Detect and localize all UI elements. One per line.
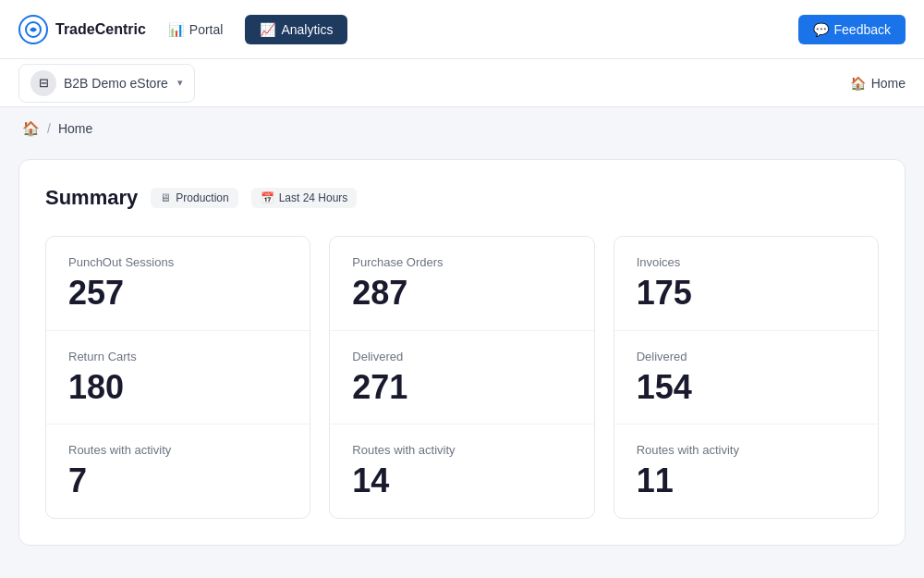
feedback-icon: 💬 bbox=[813, 22, 829, 37]
stats-grid: PunchOut Sessions257Return Carts180Route… bbox=[45, 236, 879, 519]
store-selector[interactable]: ⊟ B2B Demo eStore ▾ bbox=[18, 64, 195, 103]
time-label: Last 24 Hours bbox=[279, 191, 348, 204]
stat-value-punchout-2: 7 bbox=[68, 462, 287, 499]
production-badge: 🖥 Production bbox=[151, 188, 237, 208]
stat-section-punchout-2: Routes with activity7 bbox=[46, 424, 310, 518]
summary-header: Summary 🖥 Production 📅 Last 24 Hours bbox=[45, 186, 879, 210]
time-badge: 📅 Last 24 Hours bbox=[251, 188, 358, 208]
portal-icon: 📊 bbox=[168, 22, 184, 37]
portal-button[interactable]: 📊 Portal bbox=[153, 15, 238, 44]
stat-label-punchout-1: Return Carts bbox=[68, 350, 287, 363]
breadcrumb-current: Home bbox=[58, 121, 92, 136]
brand: TradeCentric bbox=[18, 15, 146, 44]
stat-label-punchout-0: PunchOut Sessions bbox=[68, 255, 287, 269]
analytics-label: Analytics bbox=[281, 22, 333, 37]
production-label: Production bbox=[176, 191, 228, 204]
summary-card: Summary 🖥 Production 📅 Last 24 Hours Pun… bbox=[18, 159, 906, 546]
analytics-button[interactable]: 📈 Analytics bbox=[245, 15, 347, 44]
stat-label-purchase-orders-0: Purchase Orders bbox=[352, 255, 571, 269]
calendar-icon: 📅 bbox=[261, 191, 274, 204]
main-content: Summary 🖥 Production 📅 Last 24 Hours Pun… bbox=[0, 150, 924, 564]
stat-label-invoices-0: Invoices bbox=[637, 255, 856, 269]
server-icon: 🖥 bbox=[160, 191, 171, 204]
stat-section-punchout-0: PunchOut Sessions257 bbox=[46, 237, 310, 331]
stat-value-purchase-orders-0: 287 bbox=[352, 275, 571, 312]
stat-section-invoices-2: Routes with activity11 bbox=[614, 424, 878, 518]
stat-label-purchase-orders-1: Delivered bbox=[352, 350, 571, 363]
stat-section-invoices-1: Delivered154 bbox=[614, 331, 878, 425]
stat-label-punchout-2: Routes with activity bbox=[68, 443, 287, 457]
stat-label-purchase-orders-2: Routes with activity bbox=[352, 443, 571, 457]
stat-section-purchase-orders-0: Purchase Orders287 bbox=[330, 237, 593, 331]
home-nav-icon: 🏠 bbox=[850, 76, 866, 91]
store-name: B2B Demo eStore bbox=[64, 76, 168, 91]
secondary-nav: ⊟ B2B Demo eStore ▾ 🏠 Home bbox=[0, 59, 924, 107]
stat-column-punchout: PunchOut Sessions257Return Carts180Route… bbox=[45, 236, 310, 519]
stat-section-purchase-orders-2: Routes with activity14 bbox=[330, 424, 593, 518]
breadcrumb-separator: / bbox=[47, 121, 51, 136]
stat-section-invoices-0: Invoices175 bbox=[614, 237, 878, 331]
brand-logo bbox=[18, 15, 48, 44]
portal-label: Portal bbox=[189, 22, 224, 37]
stat-label-invoices-1: Delivered bbox=[637, 350, 856, 363]
stat-value-punchout-0: 257 bbox=[68, 275, 287, 312]
stat-value-purchase-orders-1: 271 bbox=[352, 369, 571, 406]
stat-label-invoices-2: Routes with activity bbox=[637, 443, 856, 457]
breadcrumb-home-icon[interactable]: 🏠 bbox=[22, 120, 40, 137]
home-nav-link[interactable]: 🏠 Home bbox=[850, 76, 906, 91]
feedback-label: Feedback bbox=[834, 22, 891, 37]
stat-section-purchase-orders-1: Delivered271 bbox=[330, 331, 593, 425]
brand-name: TradeCentric bbox=[55, 21, 146, 38]
top-nav: TradeCentric 📊 Portal 📈 Analytics 💬 Feed… bbox=[0, 0, 924, 59]
feedback-button[interactable]: 💬 Feedback bbox=[798, 15, 906, 44]
nav-left: TradeCentric 📊 Portal 📈 Analytics bbox=[18, 15, 347, 44]
stat-value-invoices-0: 175 bbox=[637, 275, 856, 312]
stat-column-purchase-orders: Purchase Orders287Delivered271Routes wit… bbox=[329, 236, 594, 519]
analytics-icon: 📈 bbox=[260, 22, 275, 37]
stat-section-punchout-1: Return Carts180 bbox=[46, 331, 310, 425]
stat-value-purchase-orders-2: 14 bbox=[352, 462, 571, 499]
stat-value-invoices-2: 11 bbox=[637, 462, 856, 499]
home-nav-label: Home bbox=[871, 76, 906, 91]
store-icon: ⊟ bbox=[30, 70, 56, 96]
summary-title: Summary bbox=[45, 186, 138, 210]
stat-value-invoices-1: 154 bbox=[637, 369, 856, 406]
chevron-down-icon: ▾ bbox=[177, 77, 183, 89]
stat-value-punchout-1: 180 bbox=[68, 369, 287, 406]
stat-column-invoices: Invoices175Delivered154Routes with activ… bbox=[614, 236, 879, 519]
breadcrumb: 🏠 / Home bbox=[0, 107, 924, 150]
